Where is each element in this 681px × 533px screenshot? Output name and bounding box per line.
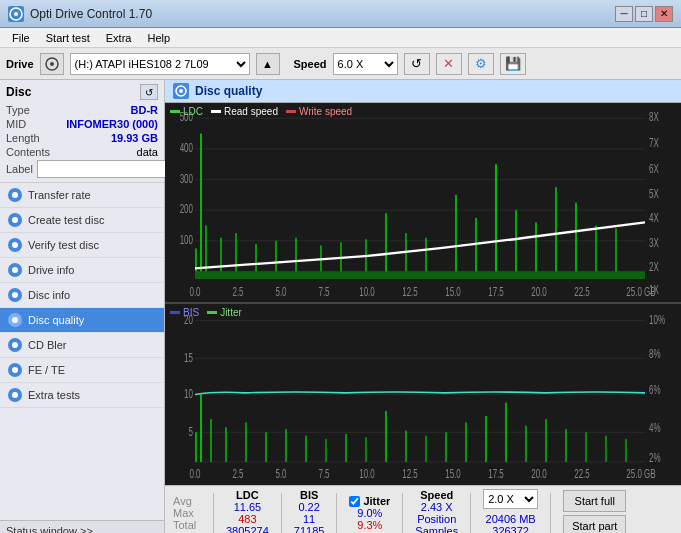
disc-length-label: Length — [6, 132, 40, 144]
nav-items: Transfer rate Create test disc Verify te… — [0, 183, 164, 520]
svg-rect-95 — [605, 436, 607, 462]
drive-select[interactable]: (H:) ATAPI iHES108 2 7L09 — [70, 53, 250, 75]
chart-legend-2: BIS Jitter — [170, 307, 242, 318]
sidebar-item-disc-quality[interactable]: Disc quality — [0, 308, 164, 333]
eject-button[interactable]: ▲ — [256, 53, 280, 75]
clear-button[interactable]: ✕ — [436, 53, 462, 75]
bis-avg: 0.22 — [298, 501, 319, 513]
sidebar-item-label: Extra tests — [28, 389, 80, 401]
jitter-header: Jitter — [363, 495, 390, 507]
svg-rect-92 — [545, 419, 547, 462]
menu-help[interactable]: Help — [139, 30, 178, 46]
status-window-button[interactable]: Status window >> — [0, 520, 164, 533]
svg-rect-90 — [505, 403, 507, 462]
save-button[interactable]: 💾 — [500, 53, 526, 75]
refresh-button[interactable]: ↺ — [404, 53, 430, 75]
menu-file[interactable]: File — [4, 30, 38, 46]
svg-text:25.0 GB: 25.0 GB — [626, 285, 655, 298]
sidebar-item-label: CD Bler — [28, 339, 67, 351]
svg-rect-87 — [445, 432, 447, 462]
svg-text:10%: 10% — [649, 312, 665, 327]
write-dot — [286, 110, 296, 113]
svg-rect-38 — [425, 238, 427, 272]
close-button[interactable]: ✕ — [655, 6, 673, 22]
speed-select2[interactable]: 2.0 X — [483, 489, 538, 509]
speed-select[interactable]: 6.0 X — [333, 53, 398, 75]
svg-text:15.0: 15.0 — [445, 285, 461, 298]
sidebar-item-verify-test-disc[interactable]: Verify test disc — [0, 233, 164, 258]
svg-rect-91 — [525, 426, 527, 462]
read-dot — [211, 110, 221, 113]
svg-rect-32 — [295, 238, 297, 272]
sidebar-item-disc-info[interactable]: Disc info — [0, 283, 164, 308]
speed-stats: Speed 2.43 X Position Samples — [415, 489, 458, 533]
jitter-checkbox[interactable] — [349, 496, 360, 507]
disc-type-label: Type — [6, 104, 30, 116]
sidebar-item-create-test-disc[interactable]: Create test disc — [0, 208, 164, 233]
bis-header: BIS — [300, 489, 318, 501]
svg-rect-79 — [285, 429, 287, 462]
svg-text:100: 100 — [180, 233, 194, 246]
svg-rect-81 — [325, 439, 327, 462]
settings-button[interactable]: ⚙ — [468, 53, 494, 75]
disc-quality-header-icon — [173, 83, 189, 99]
cd-bler-icon — [8, 338, 22, 352]
menu-extra[interactable]: Extra — [98, 30, 140, 46]
stats-bar: Avg Max Total LDC 11.65 483 3805274 BIS … — [165, 485, 681, 533]
svg-text:6%: 6% — [649, 382, 661, 397]
sidebar-item-label: FE / TE — [28, 364, 65, 376]
svg-text:20.0: 20.0 — [531, 466, 547, 481]
svg-text:25.0 GB: 25.0 GB — [626, 466, 655, 481]
disc-label-input[interactable] — [37, 160, 177, 178]
disc-refresh-button[interactable]: ↺ — [140, 84, 158, 100]
svg-text:200: 200 — [180, 203, 194, 216]
disc-type-value: BD-R — [131, 104, 159, 116]
svg-rect-36 — [385, 213, 387, 271]
start-part-button[interactable]: Start part — [563, 515, 626, 534]
divider6 — [550, 493, 551, 533]
sidebar-item-extra-tests[interactable]: Extra tests — [0, 383, 164, 408]
divider3 — [336, 493, 337, 533]
svg-text:5.0: 5.0 — [275, 466, 286, 481]
svg-rect-46 — [595, 225, 597, 271]
svg-text:15.0: 15.0 — [445, 466, 461, 481]
disc-contents-row: Contents data — [6, 146, 158, 158]
sidebar-item-cd-bler[interactable]: CD Bler — [0, 333, 164, 358]
svg-text:7X: 7X — [649, 137, 659, 150]
disc-length-value: 19.93 GB — [111, 132, 158, 144]
legend-bis: BIS — [170, 307, 199, 318]
svg-text:5.0: 5.0 — [275, 285, 286, 298]
minimize-button[interactable]: ─ — [615, 6, 633, 22]
position-val: 20406 MB — [486, 513, 536, 525]
start-full-button[interactable]: Start full — [563, 490, 626, 512]
menu-start-test[interactable]: Start test — [38, 30, 98, 46]
sidebar-item-label: Transfer rate — [28, 189, 91, 201]
drive-label: Drive — [6, 58, 34, 70]
ldc-dot — [170, 110, 180, 113]
sidebar-item-drive-info[interactable]: Drive info — [0, 258, 164, 283]
legend-ldc: LDC — [170, 106, 203, 117]
jitter-max: 9.3% — [357, 519, 382, 531]
svg-rect-78 — [265, 432, 267, 462]
bis-total: 71185 — [294, 525, 325, 533]
sidebar: Disc ↺ Type BD-R MID INFOMER30 (000) Len… — [0, 80, 165, 533]
svg-rect-96 — [625, 439, 627, 462]
drive-icon-btn[interactable] — [40, 53, 64, 75]
charts-container: LDC Read speed Write speed — [165, 103, 681, 485]
window-controls: ─ □ ✕ — [615, 6, 673, 22]
svg-rect-94 — [585, 432, 587, 462]
sidebar-item-label: Create test disc — [28, 214, 104, 226]
sidebar-item-transfer-rate[interactable]: Transfer rate — [0, 183, 164, 208]
sidebar-item-fe-te[interactable]: FE / TE — [0, 358, 164, 383]
disc-quality-header: Disc quality — [165, 80, 681, 103]
svg-text:10.0: 10.0 — [359, 466, 375, 481]
divider5 — [470, 493, 471, 533]
svg-text:7.5: 7.5 — [318, 285, 329, 298]
disc-title: Disc — [6, 85, 31, 99]
svg-text:2X: 2X — [649, 261, 659, 274]
sidebar-item-label: Verify test disc — [28, 239, 99, 251]
svg-text:17.5: 17.5 — [488, 466, 504, 481]
maximize-button[interactable]: □ — [635, 6, 653, 22]
svg-text:0.0: 0.0 — [189, 466, 200, 481]
svg-text:22.5: 22.5 — [574, 466, 590, 481]
